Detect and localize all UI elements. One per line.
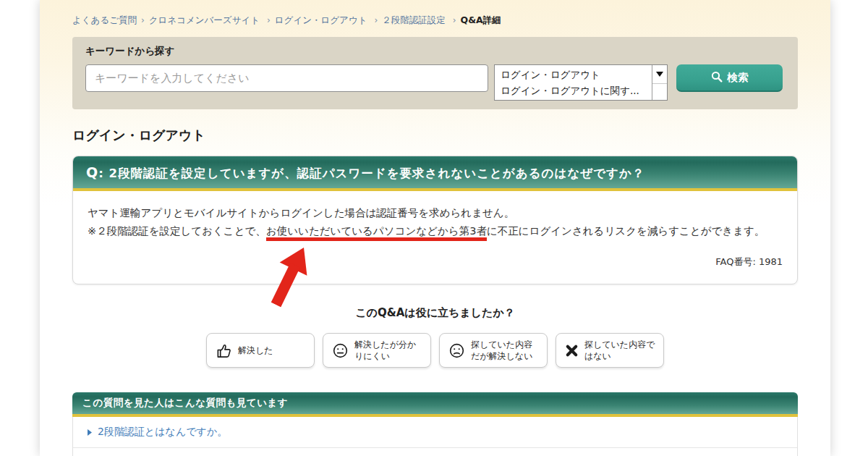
related-questions-header: この質問を見た人はこんな質問も見ています bbox=[72, 392, 798, 417]
sad-face-icon bbox=[448, 342, 465, 359]
answer-line-2: ※２段階認証を設定しておくことで、お使いいただいているパソコンなどから第3者に不… bbox=[88, 222, 783, 240]
breadcrumb-link-login-logout[interactable]: ログイン・ログアウト bbox=[275, 14, 367, 25]
feedback-not-solved-button[interactable]: 探していた内容だが解決しない bbox=[439, 333, 548, 368]
feedback-button-label: 解決したが分かりにくい bbox=[354, 339, 425, 362]
search-button[interactable]: 検索 bbox=[676, 64, 783, 92]
question-header: Q: 2段階認証を設定していますが、認証パスワードを要求されないことがあるのはな… bbox=[73, 156, 797, 191]
select-arrow-column[interactable] bbox=[652, 65, 667, 100]
feedback-button-label: 探していた内容ではない bbox=[584, 339, 658, 362]
feedback-solved-but-unclear-button[interactable]: 解決したが分かりにくい bbox=[323, 333, 431, 368]
related-link-label: 2段階認証とはなんですか。 bbox=[98, 426, 227, 439]
breadcrumb-link-two-step-auth[interactable]: ２段階認証設定 bbox=[382, 14, 446, 25]
feedback-button-row: 解決した 解決したが分かりにくい bbox=[40, 333, 830, 368]
breadcrumb-link-kuroneko-members[interactable]: クロネコメンバーズサイト bbox=[149, 14, 260, 25]
related-link-what-is-2step[interactable]: 2段階認証とはなんですか。 bbox=[73, 417, 797, 447]
faq-number: FAQ番号: 1981 bbox=[73, 251, 797, 279]
feedback-button-label: 探していた内容だが解決しない bbox=[471, 339, 541, 362]
breadcrumb-separator: › bbox=[267, 15, 271, 25]
search-icon bbox=[711, 71, 723, 85]
thumbs-up-icon bbox=[216, 342, 232, 359]
search-panel-label: キーワードから探す bbox=[85, 45, 785, 58]
chevron-down-icon[interactable] bbox=[652, 65, 667, 84]
qa-card: Q: 2段階認証を設定していますが、認証パスワードを要求されないことがあるのはな… bbox=[72, 156, 798, 284]
breadcrumb-separator: › bbox=[374, 15, 378, 25]
answer-line-1: ヤマト運輸アプリとモバイルサイトからログインした場合は認証番号を求められません。 bbox=[88, 204, 783, 222]
link-arrow-icon bbox=[88, 429, 92, 436]
answer-line-2-prefix: ※２段階認証を設定しておくことで、 bbox=[88, 225, 266, 237]
category-select-next-option[interactable]: ログイン・ログアウトに関す... bbox=[501, 83, 645, 99]
breadcrumb-current-qa-detail: Q&A詳細 bbox=[461, 14, 501, 25]
question-q-mark: Q bbox=[86, 164, 98, 180]
answer-body: ヤマト運輸アプリとモバイルサイトからログインした場合は認証番号を求められません。… bbox=[73, 191, 797, 251]
page-content-card: よくあるご質問›クロネコメンバーズサイト ›ログイン・ログアウト ›２段階認証設… bbox=[40, 0, 830, 456]
question-separator: : bbox=[98, 166, 109, 180]
feedback-button-label: 解決した bbox=[238, 345, 273, 356]
feedback-question: このQ&Aは役に立ちましたか？ bbox=[40, 306, 830, 320]
breadcrumb: よくあるご質問›クロネコメンバーズサイト ›ログイン・ログアウト ›２段階認証設… bbox=[40, 0, 830, 27]
x-mark-icon bbox=[565, 344, 579, 358]
breadcrumb-link-faq-home[interactable]: よくあるご質問 bbox=[72, 14, 137, 25]
related-link-otp-mail-not-received[interactable]: 2段階認証のメール（ワンタイムパスワードが記載されたメール）が届きません。 bbox=[73, 447, 797, 456]
breadcrumb-separator: › bbox=[453, 15, 456, 25]
breadcrumb-separator: › bbox=[141, 15, 145, 25]
answer-line-2-suffix: に不正にログインされるリスクを減らすことができます。 bbox=[487, 225, 765, 237]
related-questions-list: 2段階認証とはなんですか。 2段階認証のメール（ワンタイムパスワードが記載された… bbox=[72, 417, 798, 456]
question-text: 2段階認証を設定していますが、認証パスワードを要求されないことがあるのはなぜです… bbox=[109, 166, 645, 180]
keyword-search-input[interactable] bbox=[85, 64, 488, 92]
search-button-label: 検索 bbox=[728, 71, 749, 85]
keyword-search-panel: キーワードから探す ログイン・ログアウト ログイン・ログアウトに関す... bbox=[72, 37, 798, 109]
neutral-face-icon bbox=[332, 342, 349, 359]
category-select[interactable]: ログイン・ログアウト ログイン・ログアウトに関す... bbox=[494, 64, 668, 101]
feedback-solved-button[interactable]: 解決した bbox=[206, 333, 315, 368]
category-select-selected-option[interactable]: ログイン・ログアウト bbox=[501, 67, 645, 83]
page-title: ログイン・ログアウト bbox=[72, 127, 798, 144]
feedback-not-what-searched-button[interactable]: 探していた内容ではない bbox=[556, 333, 664, 368]
red-underline-annotation: お使いいただいているパソコンなどから第3者 bbox=[266, 225, 487, 241]
